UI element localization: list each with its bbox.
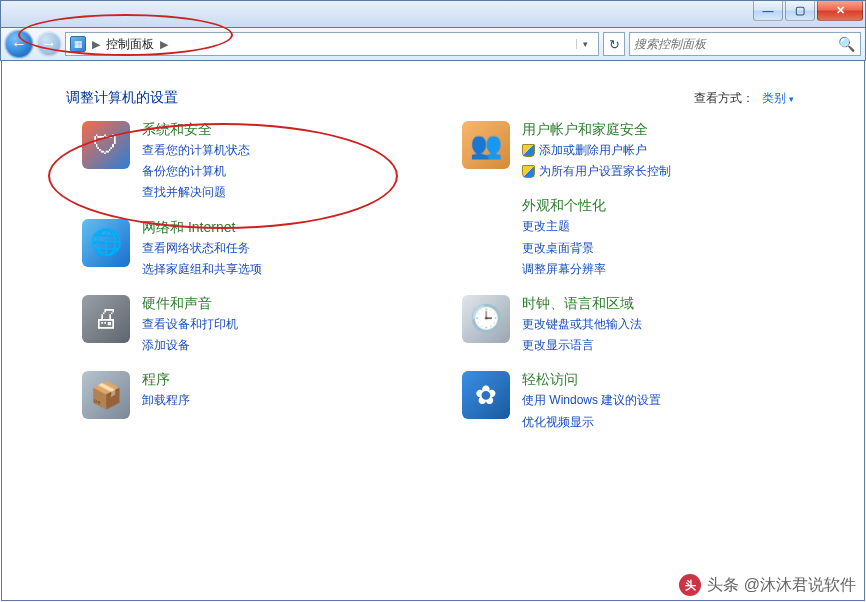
category-title[interactable]: 时钟、语言和区域 xyxy=(522,295,642,313)
category-clock: 🕒时钟、语言和区域更改键盘或其他输入法更改显示语言 xyxy=(462,295,772,355)
category-title[interactable]: 系统和安全 xyxy=(142,121,250,139)
category-hardware: 🖨硬件和声音查看设备和打印机添加设备 xyxy=(82,295,392,355)
category-body: 时钟、语言和区域更改键盘或其他输入法更改显示语言 xyxy=(522,295,642,355)
category-sublink[interactable]: 查看网络状态和任务 xyxy=(142,239,262,258)
search-bar: 🔍 xyxy=(629,32,861,56)
category-title[interactable]: 外观和个性化 xyxy=(522,197,606,215)
watermark-text: 头条 @沐沐君说软件 xyxy=(707,575,856,596)
nav-row: ← → ▦ ▶ 控制面板 ▶ ▾ ↻ 🔍 xyxy=(0,28,866,61)
window-buttons: — ▢ ✕ xyxy=(751,1,863,21)
category-body: 轻松访问使用 Windows 建议的设置优化视频显示 xyxy=(522,371,661,431)
category-body: 硬件和声音查看设备和打印机添加设备 xyxy=(142,295,238,355)
security-icon: 🛡 xyxy=(82,121,130,169)
network-icon: 🌐 xyxy=(82,219,130,267)
content-area: 调整计算机的设置 查看方式： 类别 ▾ 🛡系统和安全查看您的计算机状态备份您的计… xyxy=(1,61,865,601)
category-sublink[interactable]: 查找并解决问题 xyxy=(142,183,250,202)
category-sublink[interactable]: 使用 Windows 建议的设置 xyxy=(522,391,661,410)
breadcrumb-sep: ▶ xyxy=(92,38,100,51)
breadcrumb-label[interactable]: 控制面板 xyxy=(106,36,154,53)
minimize-button[interactable]: — xyxy=(753,1,783,21)
category-sublink[interactable]: 优化视频显示 xyxy=(522,413,661,432)
maximize-button[interactable]: ▢ xyxy=(785,1,815,21)
access-icon: ✿ xyxy=(462,371,510,419)
category-sublink[interactable]: 选择家庭组和共享选项 xyxy=(142,260,262,279)
category-sublink[interactable]: 更改桌面背景 xyxy=(522,239,606,258)
clock-icon: 🕒 xyxy=(462,295,510,343)
category-sublink[interactable]: 查看设备和打印机 xyxy=(142,315,238,334)
view-by-value[interactable]: 类别 ▾ xyxy=(762,90,794,107)
category-access: ✿轻松访问使用 Windows 建议的设置优化视频显示 xyxy=(462,371,772,431)
hardware-icon: 🖨 xyxy=(82,295,130,343)
category-body: 外观和个性化更改主题更改桌面背景调整屏幕分辨率 xyxy=(522,197,606,279)
shield-icon xyxy=(522,144,535,157)
search-input[interactable] xyxy=(634,37,836,51)
category-sublink[interactable]: 添加或删除用户帐户 xyxy=(522,141,671,160)
appearance-icon: 🖥 xyxy=(462,197,510,245)
control-panel-icon: ▦ xyxy=(70,36,86,52)
view-by-label: 查看方式： xyxy=(694,90,754,107)
chevron-down-icon: ▾ xyxy=(789,94,794,104)
category-sublink[interactable]: 添加设备 xyxy=(142,336,238,355)
category-sublink[interactable]: 备份您的计算机 xyxy=(142,162,250,181)
category-security: 🛡系统和安全查看您的计算机状态备份您的计算机查找并解决问题 xyxy=(82,121,392,203)
category-title[interactable]: 轻松访问 xyxy=(522,371,661,389)
address-bar[interactable]: ▦ ▶ 控制面板 ▶ ▾ xyxy=(65,32,599,56)
category-body: 程序卸载程序 xyxy=(142,371,190,410)
titlebar: — ▢ ✕ xyxy=(0,0,866,28)
category-sublink[interactable]: 卸载程序 xyxy=(142,391,190,410)
category-users: 👥用户帐户和家庭安全添加或删除用户帐户为所有用户设置家长控制 xyxy=(462,121,772,181)
category-body: 用户帐户和家庭安全添加或删除用户帐户为所有用户设置家长控制 xyxy=(522,121,671,181)
category-sublink[interactable]: 查看您的计算机状态 xyxy=(142,141,250,160)
shield-icon xyxy=(522,165,535,178)
category-columns: 🛡系统和安全查看您的计算机状态备份您的计算机查找并解决问题🌐网络和 Intern… xyxy=(2,121,864,432)
page-title: 调整计算机的设置 xyxy=(66,89,178,107)
category-sublink[interactable]: 更改主题 xyxy=(522,217,606,236)
category-title[interactable]: 网络和 Internet xyxy=(142,219,262,237)
category-network: 🌐网络和 Internet查看网络状态和任务选择家庭组和共享选项 xyxy=(82,219,392,279)
watermark: 头 头条 @沐沐君说软件 xyxy=(679,574,856,596)
nav-back-button[interactable]: ← xyxy=(5,30,33,58)
category-appearance: 🖥外观和个性化更改主题更改桌面背景调整屏幕分辨率 xyxy=(462,197,772,279)
category-programs: 📦程序卸载程序 xyxy=(82,371,392,419)
content-header: 调整计算机的设置 查看方式： 类别 ▾ xyxy=(2,61,864,121)
category-sublink[interactable]: 更改显示语言 xyxy=(522,336,642,355)
address-dropdown-button[interactable]: ▾ xyxy=(576,39,594,49)
users-icon: 👥 xyxy=(462,121,510,169)
column-left: 🛡系统和安全查看您的计算机状态备份您的计算机查找并解决问题🌐网络和 Intern… xyxy=(82,121,392,432)
search-button[interactable]: 🔍 xyxy=(836,36,856,52)
category-body: 网络和 Internet查看网络状态和任务选择家庭组和共享选项 xyxy=(142,219,262,279)
watermark-logo-icon: 头 xyxy=(679,574,701,596)
category-sublink[interactable]: 调整屏幕分辨率 xyxy=(522,260,606,279)
column-right: 👥用户帐户和家庭安全添加或删除用户帐户为所有用户设置家长控制🖥外观和个性化更改主… xyxy=(462,121,772,432)
category-title[interactable]: 用户帐户和家庭安全 xyxy=(522,121,671,139)
view-by: 查看方式： 类别 ▾ xyxy=(694,90,794,107)
category-title[interactable]: 程序 xyxy=(142,371,190,389)
close-button[interactable]: ✕ xyxy=(817,1,863,21)
refresh-button[interactable]: ↻ xyxy=(603,32,625,56)
breadcrumb-sep: ▶ xyxy=(160,38,168,51)
programs-icon: 📦 xyxy=(82,371,130,419)
category-body: 系统和安全查看您的计算机状态备份您的计算机查找并解决问题 xyxy=(142,121,250,203)
nav-forward-button[interactable]: → xyxy=(37,32,61,56)
category-sublink[interactable]: 为所有用户设置家长控制 xyxy=(522,162,671,181)
category-title[interactable]: 硬件和声音 xyxy=(142,295,238,313)
category-sublink[interactable]: 更改键盘或其他输入法 xyxy=(522,315,642,334)
